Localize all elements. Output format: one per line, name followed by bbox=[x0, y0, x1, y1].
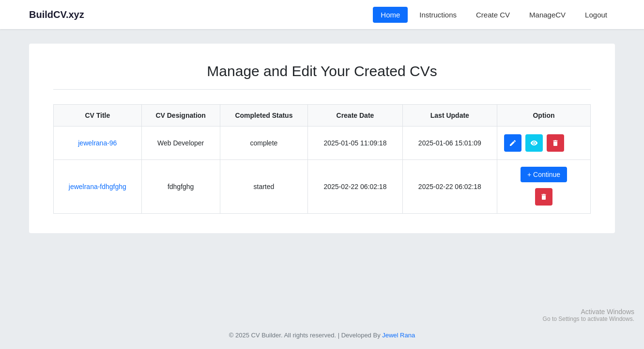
col-completed-status: Completed Status bbox=[220, 105, 308, 127]
continue-button[interactable]: + Continue bbox=[521, 167, 567, 182]
cv-status-cell: complete bbox=[220, 127, 308, 160]
delete-button[interactable] bbox=[547, 134, 564, 152]
cv-option-cell bbox=[497, 127, 591, 160]
nav-item-home[interactable]: Home bbox=[373, 7, 408, 23]
cv-title-link-2[interactable]: jewelrana-fdhgfghg bbox=[69, 183, 126, 190]
nav-item-create-cv[interactable]: Create CV bbox=[468, 7, 518, 23]
cv-last-update-cell: 2025-01-06 15:01:09 bbox=[402, 127, 497, 160]
col-cv-designation: CV Designation bbox=[141, 105, 220, 127]
table-row: jewelrana-fdhgfghg fdhgfghg started 2025… bbox=[54, 160, 591, 214]
view-button[interactable] bbox=[525, 134, 543, 152]
cv-status-cell-2: started bbox=[220, 160, 308, 214]
cv-create-date-cell-2: 2025-02-22 06:02:18 bbox=[308, 160, 402, 214]
eye-icon bbox=[530, 139, 538, 147]
option-buttons-started: + Continue bbox=[503, 167, 584, 206]
delete-button-2[interactable] bbox=[535, 188, 552, 206]
edit-icon bbox=[509, 139, 517, 147]
cv-designation-cell-2: fdhgfghg bbox=[141, 160, 220, 214]
brand-logo: BuildCV.xyz bbox=[29, 9, 84, 20]
section-divider bbox=[53, 89, 591, 90]
footer: © 2025 CV Builder. All rights reserved. … bbox=[0, 325, 644, 346]
content-card: Manage and Edit Your Created CVs CV Titl… bbox=[29, 44, 615, 233]
table-header-row: CV Title CV Designation Completed Status… bbox=[54, 105, 591, 127]
cv-title-cell: jewelrana-fdhgfghg bbox=[54, 160, 142, 214]
col-last-update: Last Update bbox=[402, 105, 497, 127]
navbar: BuildCV.xyz Home Instructions Create CV … bbox=[0, 0, 644, 29]
page-title: Manage and Edit Your Created CVs bbox=[53, 63, 591, 79]
cv-option-cell-2: + Continue bbox=[497, 160, 591, 214]
main-wrapper: Manage and Edit Your Created CVs CV Titl… bbox=[0, 29, 644, 325]
cv-title-link[interactable]: jewelrana-96 bbox=[78, 139, 117, 147]
trash-icon bbox=[552, 139, 559, 147]
edit-button[interactable] bbox=[504, 134, 521, 152]
table-head: CV Title CV Designation Completed Status… bbox=[54, 105, 591, 127]
footer-text: © 2025 CV Builder. All rights reserved. … bbox=[229, 332, 382, 339]
trash-icon-2 bbox=[540, 193, 548, 201]
cv-designation-cell: Web Developer bbox=[141, 127, 220, 160]
nav-item-manage-cv[interactable]: ManageCV bbox=[521, 7, 573, 23]
cv-create-date-cell: 2025-01-05 11:09:18 bbox=[308, 127, 402, 160]
table-row: jewelrana-96 Web Developer complete 2025… bbox=[54, 127, 591, 160]
option-buttons-complete bbox=[503, 133, 584, 153]
nav-item-logout[interactable]: Logout bbox=[577, 7, 615, 23]
cv-last-update-cell-2: 2025-02-22 06:02:18 bbox=[402, 160, 497, 214]
col-option: Option bbox=[497, 105, 591, 127]
cv-title-cell: jewelrana-96 bbox=[54, 127, 142, 160]
col-cv-title: CV Title bbox=[54, 105, 142, 127]
nav-item-instructions[interactable]: Instructions bbox=[412, 7, 464, 23]
footer-link[interactable]: Jewel Rana bbox=[382, 332, 415, 339]
table-body: jewelrana-96 Web Developer complete 2025… bbox=[54, 127, 591, 214]
cv-table: CV Title CV Designation Completed Status… bbox=[53, 104, 591, 214]
nav-menu: Home Instructions Create CV ManageCV Log… bbox=[373, 7, 615, 23]
col-create-date: Create Date bbox=[308, 105, 402, 127]
